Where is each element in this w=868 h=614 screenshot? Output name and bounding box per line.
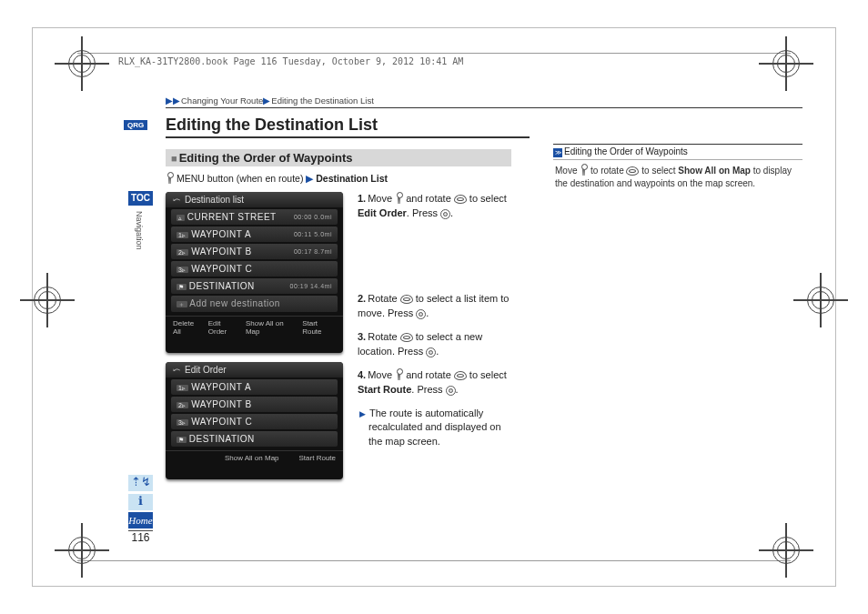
menu-path-dest: Destination List <box>316 173 388 184</box>
note-heading: ≫Editing the Order of Waypoints <box>553 144 802 160</box>
footer-btn: Edit Order <box>205 318 242 337</box>
menu-button-icon <box>166 172 174 185</box>
registration-mark-bl <box>55 523 109 578</box>
joystick-move-icon <box>395 368 403 381</box>
header-rule <box>77 53 791 54</box>
dial-press-icon <box>416 309 426 319</box>
row-label: DESTINATION <box>189 434 255 444</box>
dial-press-icon <box>426 347 436 357</box>
list-item: ⚑ DESTINATION00:19 14.4mi <box>171 278 338 294</box>
page-title: Editing the Destination List <box>166 116 530 138</box>
row-info: 00:19 14.4mi <box>290 283 332 289</box>
device-header: ⤺Edit Order <box>166 362 343 377</box>
menu-path-text: MENU button (when en route) <box>177 173 303 184</box>
footer-btn: Show All on Map <box>242 318 298 337</box>
back-icon: ⤺ <box>173 195 180 205</box>
back-icon: ⤺ <box>173 365 180 375</box>
note-heading-text: Editing the Order of Waypoints <box>564 146 688 156</box>
row-info: 00:11 5.0mi <box>294 231 332 237</box>
footer-btn: Delete All <box>169 318 205 337</box>
row-label: DESTINATION <box>189 281 255 291</box>
row-label: WAYPOINT A <box>191 229 251 239</box>
step-result: The route is automatically recalculated … <box>358 407 513 450</box>
breadcrumb-item[interactable]: Changing Your Route <box>181 96 263 106</box>
registration-mark-ml <box>20 273 75 327</box>
joystick-move-icon <box>580 164 588 176</box>
row-tag: 2▹ <box>177 402 188 408</box>
registration-mark-br <box>759 523 813 578</box>
device-header: ⤺Destination list <box>166 192 343 207</box>
qrg-tab[interactable]: QRG <box>124 120 147 130</box>
note-marker-icon: ≫ <box>553 148 562 157</box>
dial-rotate-icon <box>454 195 467 204</box>
dial-press-icon <box>440 209 450 219</box>
device-footer: Delete All Edit Order Show All on Map St… <box>166 316 343 338</box>
list-item: 2▹ WAYPOINT B00:17 8.7mi <box>171 244 338 259</box>
row-label: WAYPOINT C <box>191 417 252 427</box>
row-info: 00:17 8.7mi <box>294 248 332 255</box>
footer-btn: Start Route <box>296 453 339 463</box>
row-label: WAYPOINT A <box>191 382 251 392</box>
section-heading: ■Editing the Order of Waypoints <box>166 149 511 166</box>
row-tag: 2▹ <box>177 249 188 256</box>
row-label: Add new destination <box>189 298 280 308</box>
footer-rule <box>77 560 791 561</box>
step-1: 1.Move and rotate to select Edit Order. … <box>358 192 513 221</box>
row-label: CURRENT STREET <box>187 212 277 222</box>
step-3: 3.Rotate to select a new location. Press… <box>358 330 513 359</box>
row-tag: ▵ <box>177 215 185 221</box>
joystick-move-icon <box>395 192 403 205</box>
list-item: 1▹ WAYPOINT A <box>171 379 338 395</box>
home-button[interactable]: Home <box>128 512 153 528</box>
dial-rotate-icon <box>454 371 467 380</box>
info-icon[interactable]: ℹ <box>128 494 153 510</box>
dial-rotate-icon <box>626 166 639 176</box>
device-header-text: Edit Order <box>185 365 227 375</box>
list-item: 3▹ WAYPOINT C <box>171 414 338 429</box>
section-vert-label: Navigation <box>135 211 144 250</box>
row-tag: ＋ <box>177 301 187 307</box>
toc-button[interactable]: TOC <box>128 191 153 206</box>
row-tag: 1▹ <box>177 385 188 391</box>
step-2: 2.Rotate to select a list item to move. … <box>358 292 513 321</box>
list-item: ▵ CURRENT STREET00:00 0.0mi <box>171 209 338 225</box>
row-label: WAYPOINT B <box>191 247 252 257</box>
registration-mark-tr <box>759 36 813 91</box>
footer-btn: Start Route <box>298 318 339 337</box>
device-screenshot-destination-list: ⤺Destination list ▵ CURRENT STREET00:00 … <box>166 192 343 353</box>
list-item: 2▹ WAYPOINT B <box>171 397 338 412</box>
row-tag: 1▹ <box>177 232 188 238</box>
voice-help-icon[interactable]: ⇡↯ <box>128 475 153 491</box>
note-body: Move to rotate to select Show All on Map… <box>553 160 802 194</box>
breadcrumb-sep-icon: ▶▶ <box>166 96 180 106</box>
page-number: 116 <box>128 530 153 544</box>
steps: 1.Move and rotate to select Edit Order. … <box>354 192 513 488</box>
section-heading-text: Editing the Order of Waypoints <box>179 151 353 165</box>
dial-rotate-icon <box>400 333 413 342</box>
sidebar-note: ≫Editing the Order of Waypoints Move to … <box>553 144 802 488</box>
menu-path: MENU button (when en route) ▶ Destinatio… <box>166 172 513 185</box>
row-tag: 3▹ <box>177 419 188 426</box>
list-item: 3▹ WAYPOINT C <box>171 261 338 277</box>
row-tag: ⚑ <box>177 437 187 443</box>
step-4: 4.Move and rotate to select Start Route.… <box>358 368 513 398</box>
registration-mark-tl <box>55 36 109 91</box>
device-screenshot-edit-order: ⤺Edit Order 1▹ WAYPOINT A 2▹ WAYPOINT B … <box>166 362 343 479</box>
device-header-text: Destination list <box>185 195 244 205</box>
path-sep-icon: ▶ <box>306 173 313 184</box>
list-item: ⚑ DESTINATION <box>171 431 338 447</box>
book-file-header: RLX_KA-31TY2800.book Page 116 Tuesday, O… <box>118 56 463 66</box>
row-tag: 3▹ <box>177 267 188 273</box>
list-item-add: ＋ Add new destination <box>171 296 338 312</box>
device-footer: Show All on Map Start Route <box>166 450 343 465</box>
dial-press-icon <box>446 386 456 396</box>
dial-rotate-icon <box>400 295 413 304</box>
breadcrumb: ▶▶Changing Your Route▶Editing the Destin… <box>166 96 802 108</box>
row-label: WAYPOINT C <box>191 264 252 274</box>
row-tag: ⚑ <box>177 284 187 290</box>
footer-btn: Show All on Map <box>221 453 283 463</box>
row-label: WAYPOINT B <box>191 399 252 409</box>
list-item: 1▹ WAYPOINT A00:11 5.0mi <box>171 226 338 242</box>
breadcrumb-item[interactable]: Editing the Destination List <box>271 96 373 106</box>
row-info: 00:00 0.0mi <box>294 214 332 220</box>
